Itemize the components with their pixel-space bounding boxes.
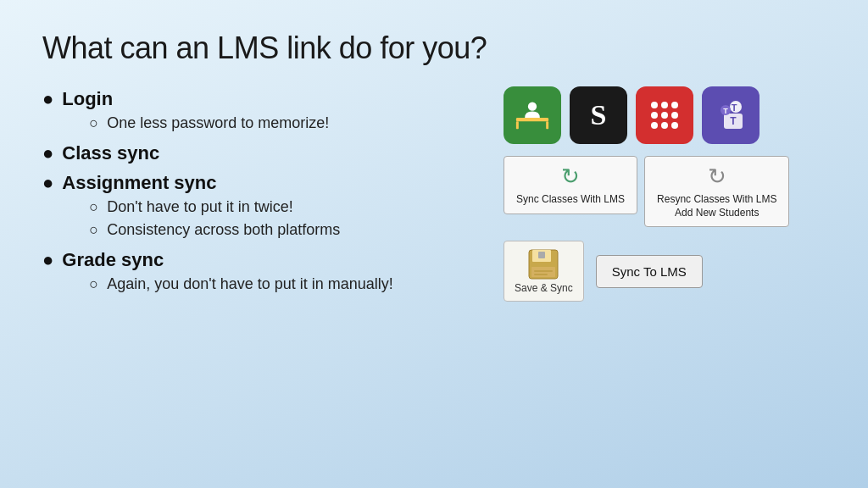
bullet-grade-sync: ● Grade sync ○ Again, you don't have to … bbox=[42, 247, 504, 298]
canvas-dots bbox=[641, 92, 688, 139]
sync-classes-label: Sync Classes With LMS bbox=[516, 193, 625, 207]
sub-circle: ○ bbox=[89, 274, 98, 295]
sub-item-assign1: ○ Don't have to put it in twice! bbox=[89, 197, 340, 218]
sync-buttons-row: ↻ Sync Classes With LMS ↻ Resync Classes… bbox=[504, 156, 789, 227]
canvas-icon bbox=[636, 86, 693, 144]
svg-rect-13 bbox=[538, 252, 545, 258]
sub-circle: ○ bbox=[89, 113, 98, 134]
svg-text:T: T bbox=[730, 115, 737, 127]
bullet-dot: ● bbox=[42, 86, 53, 113]
bullet-login: ● Login ○ One less password to memorize! bbox=[42, 86, 504, 137]
bullet-list-container: ● Login ○ One less password to memorize! bbox=[42, 86, 504, 302]
bullet-dot: ● bbox=[42, 247, 53, 274]
assignment-sync-label: Assignment sync bbox=[62, 172, 216, 193]
bullet-class-sync: ● Class sync bbox=[42, 141, 504, 167]
sub-item-assign2: ○ Consistency across both platforms bbox=[89, 219, 340, 241]
sub-item-grade1: ○ Again, you don't have to put it in man… bbox=[89, 274, 393, 295]
google-classroom-icon bbox=[504, 86, 561, 144]
canvas-dot bbox=[671, 102, 678, 108]
right-panel: S bbox=[504, 86, 826, 302]
schoology-s: S bbox=[591, 99, 607, 131]
svg-rect-0 bbox=[516, 118, 548, 121]
svg-rect-16 bbox=[534, 274, 548, 275]
resync-classes-label: Resync Classes With LMSAdd New Students bbox=[657, 193, 776, 219]
assignment-sublist: ○ Don't have to put it in twice! ○ Consi… bbox=[89, 197, 340, 241]
bullet-dot: ● bbox=[42, 170, 53, 197]
sub-circle: ○ bbox=[89, 219, 98, 241]
save-sync-box: Save & Sync bbox=[504, 241, 584, 302]
page-title: What can an LMS link do for you? bbox=[42, 30, 826, 66]
resync-arrow-icon: ↻ bbox=[708, 164, 726, 190]
svg-text:T: T bbox=[732, 103, 737, 113]
content-area: ● Login ○ One less password to memorize! bbox=[42, 86, 826, 302]
sync-arrow-icon: ↻ bbox=[561, 164, 580, 190]
floppy-disk-icon bbox=[527, 248, 559, 280]
bullet-dot: ● bbox=[42, 141, 53, 167]
sub-circle: ○ bbox=[89, 197, 98, 218]
canvas-dot bbox=[651, 122, 658, 129]
class-sync-label: Class sync bbox=[62, 142, 159, 164]
canvas-dot bbox=[671, 112, 678, 119]
teams-icon: T T T bbox=[702, 86, 760, 144]
login-sublist: ○ One less password to memorize! bbox=[89, 113, 329, 134]
bullet-assignment-sync: ● Assignment sync ○ Don't have to put it… bbox=[42, 170, 504, 244]
app-icons-row: S bbox=[504, 86, 760, 144]
canvas-dot bbox=[651, 102, 658, 108]
main-bullet-list: ● Login ○ One less password to memorize! bbox=[42, 86, 504, 298]
svg-rect-2 bbox=[546, 121, 548, 129]
canvas-dot bbox=[661, 122, 668, 129]
grade-sync-row: Save & Sync Sync To LMS bbox=[504, 241, 703, 302]
canvas-dot bbox=[671, 122, 678, 129]
login-sub1-text: One less password to memorize! bbox=[107, 113, 329, 134]
canvas-dot bbox=[661, 112, 668, 119]
grade-sublist: ○ Again, you don't have to put it in man… bbox=[89, 274, 393, 295]
canvas-dot bbox=[661, 102, 668, 108]
sync-classes-button[interactable]: ↻ Sync Classes With LMS bbox=[504, 156, 637, 214]
sub-item-login1: ○ One less password to memorize! bbox=[89, 113, 329, 134]
schoology-icon: S bbox=[570, 86, 627, 144]
grade-sub1-text: Again, you don't have to put it in manua… bbox=[107, 274, 393, 295]
svg-point-3 bbox=[528, 103, 537, 111]
resync-classes-button[interactable]: ↻ Resync Classes With LMSAdd New Student… bbox=[644, 156, 789, 227]
canvas-dot bbox=[651, 112, 658, 119]
login-label: Login bbox=[62, 88, 113, 109]
svg-rect-1 bbox=[516, 121, 519, 129]
svg-text:T: T bbox=[723, 107, 728, 115]
sync-to-lms-button[interactable]: Sync To LMS bbox=[596, 255, 703, 288]
grade-sync-label: Grade sync bbox=[62, 249, 164, 270]
assign-sub2-text: Consistency across both platforms bbox=[107, 219, 340, 241]
sync-to-lms-label: Sync To LMS bbox=[612, 264, 687, 279]
assign-sub1-text: Don't have to put it in twice! bbox=[107, 197, 293, 218]
slide: What can an LMS link do for you? ● Login… bbox=[0, 0, 868, 488]
svg-rect-15 bbox=[534, 270, 553, 272]
save-sync-label: Save & Sync bbox=[515, 282, 573, 294]
